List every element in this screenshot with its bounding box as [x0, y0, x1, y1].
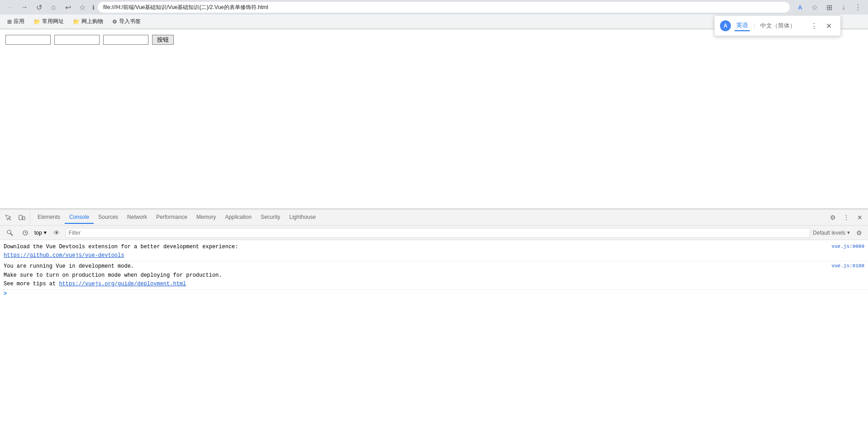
devtools-toolbar: Elements Console Sources Network Perform…: [0, 209, 868, 226]
title-bar: ← → ↺ ⌂ ↩ ☆ ℹ file:///H:/前端/Vue基础知识/Vue基…: [0, 0, 868, 14]
console-realtime-button[interactable]: [19, 227, 32, 239]
extensions-button[interactable]: ⊞: [823, 1, 835, 14]
devtools-settings-button[interactable]: ⚙: [826, 211, 839, 224]
bookmark-common-sites[interactable]: 📁 常用网址: [30, 16, 67, 27]
address-bar[interactable]: file:///H:/前端/Vue基础知识/Vue基础知识(二)/2.Vue的表…: [97, 1, 790, 13]
forward-button[interactable]: →: [18, 1, 31, 14]
translate-options: 英语 | 中文（简体）: [734, 20, 804, 31]
svg-line-0: [9, 218, 11, 220]
file-ref-1[interactable]: vue.js:9099: [831, 243, 864, 251]
console-input[interactable]: [9, 291, 864, 297]
console-toolbar: top ▼ 👁 Default levels ▼ ⚙: [0, 226, 868, 240]
submit-button[interactable]: 按钮: [152, 35, 174, 45]
prompt-arrow: >: [4, 291, 7, 297]
form-input-3[interactable]: [103, 35, 148, 45]
browser-menu-button[interactable]: ⋮: [852, 1, 864, 14]
back-button[interactable]: ←: [4, 1, 16, 14]
folder-icon-2: 📁: [73, 19, 80, 25]
bookmark-button[interactable]: ☆: [808, 1, 821, 14]
console-levels-select[interactable]: Default levels ▼: [813, 230, 851, 236]
translate-actions: ⋮ ✕: [808, 19, 835, 32]
svg-line-4: [10, 233, 13, 236]
folder-icon-1: 📁: [33, 19, 40, 25]
devtools-panel: Elements Console Sources Network Perform…: [0, 208, 868, 430]
devtools-link[interactable]: https://github.com/vuejs/vue-devtools: [4, 252, 124, 259]
address-bar-container: ℹ file:///H:/前端/Vue基础知识/Vue基础知识(二)/2.Vue…: [92, 1, 790, 13]
apps-icon: ⊞: [7, 19, 12, 25]
svg-rect-1: [19, 215, 22, 220]
bookmark-apps[interactable]: ⊞ 应用: [4, 16, 28, 27]
tab-memory[interactable]: Memory: [192, 211, 220, 224]
browser-actions: A ☆ ⊞ ↓ ⋮: [794, 1, 864, 14]
tab-network[interactable]: Network: [123, 211, 152, 224]
security-icon: ℹ: [92, 4, 95, 11]
translate-option-english[interactable]: 英语: [734, 20, 750, 31]
tab-security[interactable]: Security: [256, 211, 285, 224]
element-picker-button[interactable]: [2, 211, 14, 224]
translate-icon: A: [720, 20, 731, 31]
svg-point-3: [7, 230, 11, 234]
translate-more-button[interactable]: ⋮: [808, 19, 820, 32]
translate-close-button[interactable]: ✕: [822, 19, 835, 32]
tab-application[interactable]: Application: [220, 211, 256, 224]
tab-performance[interactable]: Performance: [152, 211, 192, 224]
tab-sources[interactable]: Sources: [94, 211, 123, 224]
form-input-2[interactable]: [54, 35, 100, 45]
devtools-tabs: Elements Console Sources Network Perform…: [33, 211, 825, 224]
console-filter-input[interactable]: [66, 228, 810, 238]
tab-lighthouse[interactable]: Lighthouse: [285, 211, 320, 224]
home-button[interactable]: ⌂: [47, 1, 60, 14]
devtools-close-button[interactable]: ✕: [854, 211, 866, 224]
console-content: Download the Vue Devtools extension for …: [0, 240, 868, 430]
console-prompt: >: [0, 290, 868, 298]
reload-button[interactable]: ↺: [33, 1, 45, 14]
nav-buttons: ← → ↺ ⌂ ↩ ☆: [4, 1, 89, 14]
history-button[interactable]: ↩: [62, 1, 74, 14]
translate-button[interactable]: A: [794, 1, 806, 14]
translate-popup: A 英语 | 中文（简体） ⋮ ✕: [714, 15, 841, 36]
devtools-more-button[interactable]: ⋮: [840, 211, 853, 224]
console-eye-button[interactable]: 👁: [50, 227, 63, 239]
console-message-2: You are running Vue in development mode.…: [0, 261, 868, 290]
console-context-select[interactable]: top ▼: [34, 228, 48, 238]
settings-icon: ⚙: [112, 19, 117, 25]
page-content: 按钮: [0, 29, 868, 209]
devtools-left-icons: [2, 211, 30, 224]
tab-console[interactable]: Console: [65, 211, 94, 224]
translate-option-chinese[interactable]: 中文（简体）: [758, 21, 797, 31]
console-message-1: Download the Vue Devtools extension for …: [0, 242, 868, 261]
console-settings-button[interactable]: ⚙: [854, 227, 864, 238]
deployment-link[interactable]: https://vuejs.org/guide/deployment.html: [59, 281, 186, 287]
console-clear-button[interactable]: [4, 227, 16, 239]
svg-rect-2: [23, 217, 25, 220]
downloads-button[interactable]: ↓: [837, 1, 850, 14]
toggle-device-button[interactable]: [15, 211, 28, 224]
file-ref-2[interactable]: vue.js:9108: [831, 262, 864, 270]
star-nav-button[interactable]: ☆: [76, 1, 89, 14]
form-area: 按钮: [5, 35, 863, 45]
bookmark-import[interactable]: ⚙ 导入书签: [109, 16, 144, 27]
form-input-1[interactable]: [5, 35, 51, 45]
bookmark-shopping[interactable]: 📁 网上购物: [69, 16, 107, 27]
devtools-right-icons: ⚙ ⋮ ✕: [826, 211, 866, 224]
tab-elements[interactable]: Elements: [33, 211, 65, 224]
